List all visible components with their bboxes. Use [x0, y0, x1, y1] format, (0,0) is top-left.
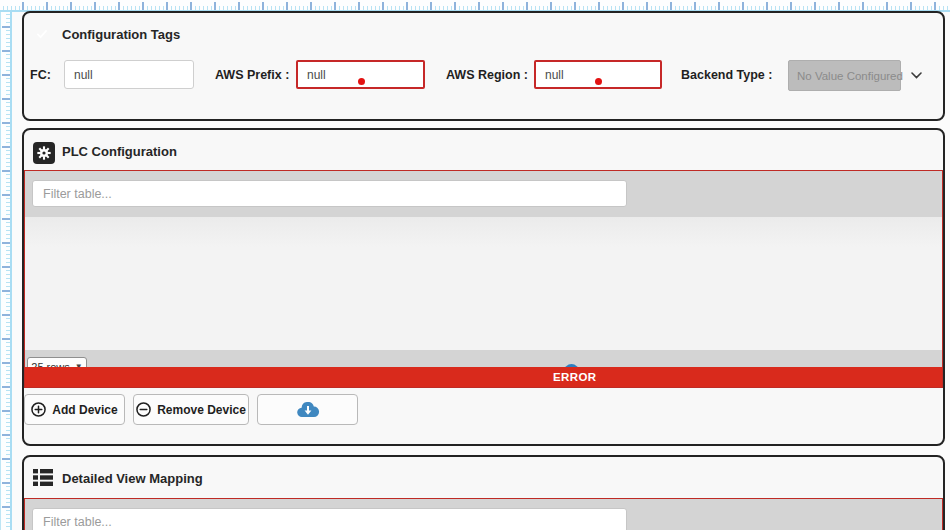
plc-filter-input[interactable]	[32, 180, 627, 207]
backend-type-select[interactable]: No Value Configured	[788, 60, 901, 91]
list-icon	[33, 469, 53, 490]
remove-device-button[interactable]: Remove Device	[133, 394, 249, 425]
aws-region-label: AWS Region :	[446, 60, 528, 91]
cloud-download-icon	[296, 402, 320, 418]
editor-canvas: Configuration Tags FC: AWS Prefix : AWS …	[0, 0, 950, 530]
detailed-filter-input[interactable]	[32, 508, 627, 530]
remove-device-label: Remove Device	[157, 403, 246, 417]
plus-circle-icon	[31, 402, 46, 417]
validation-error-dot	[595, 78, 602, 85]
panel-title: Configuration Tags	[62, 27, 180, 42]
backend-type-label: Backend Type :	[681, 60, 772, 91]
configuration-tags-panel: Configuration Tags FC: AWS Prefix : AWS …	[22, 11, 945, 121]
config-form-row: FC: AWS Prefix : AWS Region : Backend Ty…	[24, 60, 943, 91]
minus-circle-icon	[136, 402, 151, 417]
aws-region-field	[534, 60, 662, 89]
check-icon	[37, 30, 47, 39]
aws-prefix-field	[296, 60, 425, 89]
plc-table: 25 rows ▼ ERROR	[24, 170, 943, 388]
vertical-ruler	[0, 12, 12, 530]
fc-label: FC:	[30, 60, 51, 91]
panel-title: Detailed View Mapping	[62, 471, 203, 486]
table-footer	[25, 350, 942, 367]
detailed-view-mapping-header: Detailed View Mapping	[24, 457, 943, 497]
aws-prefix-label: AWS Prefix :	[215, 60, 289, 91]
validation-error-dot	[358, 78, 365, 85]
detailed-view-mapping-panel: Detailed View Mapping	[22, 455, 945, 530]
cloud-download-button[interactable]	[257, 394, 358, 425]
add-device-label: Add Device	[52, 403, 117, 417]
chevron-down-icon	[911, 72, 922, 79]
error-label: ERROR	[553, 367, 597, 387]
plc-configuration-panel: PLC Configuration 25 rows ▼ ERROR	[22, 128, 945, 446]
detailed-view-table	[24, 498, 943, 530]
fc-input[interactable]	[64, 60, 194, 89]
backend-type-value: No Value Configured	[797, 70, 903, 82]
error-bar: ERROR	[25, 367, 942, 387]
configuration-tags-header: Configuration Tags	[24, 13, 943, 53]
table-toolbar	[25, 171, 942, 217]
add-device-button[interactable]: Add Device	[24, 394, 125, 425]
gear-icon	[33, 142, 55, 164]
panel-title: PLC Configuration	[62, 144, 177, 159]
plc-table-body	[25, 217, 942, 350]
plc-configuration-header: PLC Configuration	[24, 130, 943, 170]
table-toolbar	[25, 499, 942, 530]
